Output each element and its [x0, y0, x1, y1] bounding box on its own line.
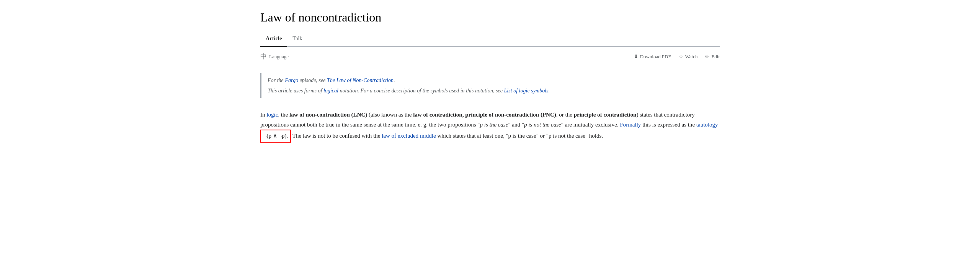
link-list-logic-symbols[interactable]: List of logic symbols: [504, 87, 548, 94]
link-fargo[interactable]: Fargo: [285, 77, 298, 83]
download-pdf-button[interactable]: ⬇ Download PDF: [634, 53, 671, 61]
content-body: In logic, the law of non-contradiction (…: [260, 104, 720, 154]
language-button[interactable]: Language: [269, 53, 289, 61]
download-pdf-label: Download PDF: [640, 53, 671, 61]
notice-box: For the Fargo episode, see The Law of No…: [260, 73, 720, 98]
underline-same-time: the same time: [383, 122, 415, 128]
download-icon: ⬇: [634, 53, 638, 61]
main-paragraph: In logic, the law of non-contradiction (…: [260, 110, 720, 143]
link-law-non-contradiction[interactable]: The Law of Non-Contradiction: [327, 77, 394, 83]
tab-talk[interactable]: Talk: [287, 31, 307, 47]
notice-fargo: For the Fargo episode, see The Law of No…: [268, 76, 714, 84]
tabs-bar: Article Talk: [260, 31, 720, 47]
star-icon: ☆: [679, 53, 683, 61]
italic-is-the-case: the case: [490, 122, 508, 128]
toolbar-left: 中 Language: [260, 51, 289, 62]
link-tautology[interactable]: tautology: [696, 122, 718, 128]
underline-two-propositions: the two propositions "p is: [429, 122, 488, 128]
link-formally[interactable]: Formally: [620, 122, 641, 128]
page-title: Law of noncontradiction: [260, 0, 720, 31]
language-icon: 中: [260, 51, 267, 62]
link-logic[interactable]: logic: [266, 112, 278, 118]
tab-article[interactable]: Article: [260, 31, 287, 47]
watch-button[interactable]: ☆ Watch: [679, 53, 698, 61]
edit-icon: ✏: [705, 53, 709, 61]
formula-box: ¬(p ∧ ¬p).: [260, 130, 291, 143]
toolbar: 中 Language ⬇ Download PDF ☆ Watch ✏ Edit: [260, 47, 720, 67]
edit-label: Edit: [711, 53, 720, 61]
watch-label: Watch: [685, 53, 698, 61]
language-label: Language: [269, 53, 289, 61]
edit-button[interactable]: ✏ Edit: [705, 53, 720, 61]
link-law-excluded-middle[interactable]: law of excluded middle: [382, 133, 436, 139]
link-logical[interactable]: logical: [323, 87, 338, 94]
notice-logical-notation: This article uses forms of logical notat…: [268, 87, 714, 95]
toolbar-right: ⬇ Download PDF ☆ Watch ✏ Edit: [634, 53, 720, 61]
